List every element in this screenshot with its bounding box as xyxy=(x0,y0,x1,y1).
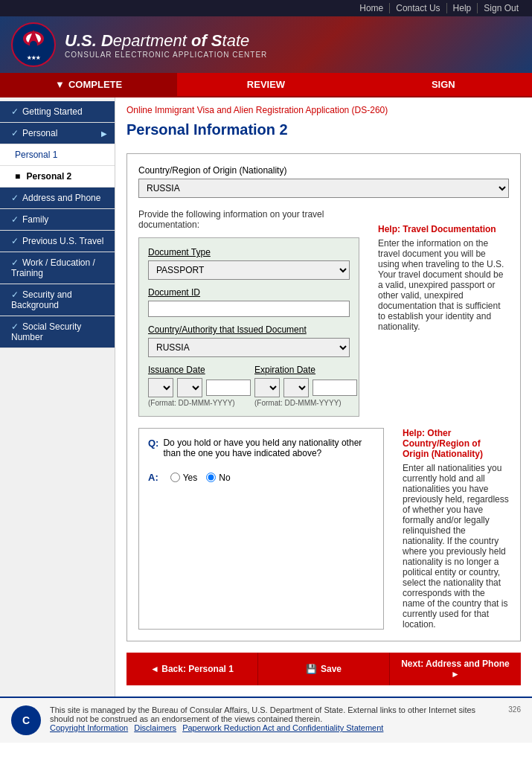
contact-link[interactable]: Contact Us xyxy=(390,3,446,13)
doc-country-field: Country/Authority that Issued Document R… xyxy=(148,324,350,357)
tab-sign-label: SIGN xyxy=(432,79,455,90)
main-content: Online Immigrant Visa and Alien Registra… xyxy=(115,97,532,697)
sidebar-item-previous-travel[interactable]: ✓Previous U.S. Travel xyxy=(0,231,115,252)
doc-type-select[interactable]: PASSPORT xyxy=(148,260,350,280)
next-button-label: Next: Address and Phone ► xyxy=(397,659,513,679)
expiration-day-select[interactable] xyxy=(254,378,280,397)
expiration-date-inputs xyxy=(254,378,350,397)
help-travel-body: Enter the information on the travel docu… xyxy=(378,238,509,332)
save-icon: 💾 xyxy=(306,664,317,674)
save-button[interactable]: 💾 Save xyxy=(257,653,390,685)
help-travel: Help: Travel Documentation Enter the inf… xyxy=(378,224,509,417)
help-nationality-title: Help: Other Country/Region of Origin (Na… xyxy=(403,428,509,459)
copyright-link[interactable]: Copyright Information xyxy=(50,723,128,732)
issuance-month-select[interactable] xyxy=(177,378,202,397)
nationality-question-box: Q: Do you hold or have you held any nati… xyxy=(138,428,384,630)
back-button[interactable]: ◄ Back: Personal 1 xyxy=(126,653,257,685)
travel-doc-section: Document Type PASSPORT Document ID xyxy=(138,237,359,417)
signout-link[interactable]: Sign Out xyxy=(478,3,525,13)
a-label: A: xyxy=(148,472,158,483)
travel-section-wrapper: Provide the following information on you… xyxy=(138,209,509,417)
issuance-format: (Format: DD-MMM-YYYY) xyxy=(148,399,243,407)
content-wrapper: ✓Getting Started ✓Personal ▶ Personal 1 … xyxy=(0,97,532,697)
back-button-label: ◄ Back: Personal 1 xyxy=(150,664,234,674)
yes-option[interactable]: Yes xyxy=(170,473,198,483)
nav-tabs: ▼ COMPLETE REVIEW SIGN xyxy=(0,73,532,97)
help-link[interactable]: Help xyxy=(447,3,478,13)
no-option[interactable]: No xyxy=(206,473,230,483)
department-seal: ★★★ xyxy=(11,22,56,67)
next-button[interactable]: Next: Address and Phone ► xyxy=(390,653,521,685)
travel-intro-label: Provide the following information on you… xyxy=(138,209,359,230)
nationality-question-wrapper: Q: Do you hold or have you held any nati… xyxy=(138,428,509,630)
footer-logo: C xyxy=(11,705,41,735)
header-subtitle: CONSULAR ELECTRONIC APPLICATION CENTER xyxy=(65,51,267,59)
q-label: Q: xyxy=(148,438,158,462)
doc-id-field: Document ID xyxy=(148,287,350,317)
sidebar: ✓Getting Started ✓Personal ▶ Personal 1 … xyxy=(0,97,115,697)
help-nationality: Help: Other Country/Region of Origin (Na… xyxy=(403,428,509,630)
travel-doc-block: Provide the following information on you… xyxy=(138,209,359,417)
footer-text: This site is managed by the Bureau of Co… xyxy=(50,705,499,723)
q-text: Do you hold or have you held any nationa… xyxy=(163,438,374,458)
sidebar-item-personal-2[interactable]: ■ Personal 2 xyxy=(0,166,115,188)
help-travel-title: Help: Travel Documentation xyxy=(378,224,509,234)
tab-review-label: REVIEW xyxy=(247,79,285,90)
footer-text-block: This site is managed by the Bureau of Co… xyxy=(50,705,499,732)
doc-type-label: Document Type xyxy=(148,247,350,257)
nav-buttons: ◄ Back: Personal 1 💾 Save Next: Address … xyxy=(126,653,521,685)
save-button-label: Save xyxy=(321,664,342,674)
no-label: No xyxy=(219,473,230,483)
paperwork-link[interactable]: Paperwork Reduction Act and Confidential… xyxy=(182,723,383,732)
expiration-label: Expiration Date xyxy=(254,365,350,375)
svg-text:★★★: ★★★ xyxy=(27,55,41,60)
header-title: U.S. Department of State xyxy=(65,31,267,51)
nationality-select[interactable]: RUSSIA xyxy=(138,179,509,198)
issuance-day-select[interactable] xyxy=(148,378,173,397)
dates-row: Issuance Date (Format: DD-MMM-YYYY) Expi… xyxy=(148,365,350,407)
nationality-label: Country/Region of Origin (Nationality) xyxy=(138,165,509,176)
sidebar-item-family[interactable]: ✓Family xyxy=(0,209,115,231)
footer: C This site is managed by the Bureau of … xyxy=(0,697,532,743)
disclaimers-link[interactable]: Disclaimers xyxy=(134,723,176,732)
sidebar-item-personal-1[interactable]: Personal 1 xyxy=(0,144,115,166)
tab-complete[interactable]: ▼ COMPLETE xyxy=(0,73,177,96)
sidebar-item-getting-started[interactable]: ✓Getting Started xyxy=(0,101,115,123)
expiration-year-input[interactable] xyxy=(313,380,357,396)
expiration-date-field: Expiration Date (Format: DD-MMM-YYYY) xyxy=(254,365,350,407)
doc-country-label: Country/Authority that Issued Document xyxy=(148,324,350,335)
page-subtitle: Online Immigrant Visa and Alien Registra… xyxy=(126,105,521,115)
tab-sign[interactable]: SIGN xyxy=(355,73,532,96)
sidebar-item-work-education[interactable]: ✓Work / Education / Training xyxy=(0,252,115,284)
sidebar-item-security[interactable]: ✓Security and Background xyxy=(0,284,115,316)
top-bar: Home Contact Us Help Sign Out xyxy=(0,0,532,16)
no-radio[interactable] xyxy=(206,473,216,482)
footer-version: 326 xyxy=(508,705,521,714)
issuance-label: Issuance Date xyxy=(148,365,243,375)
sidebar-item-social-security[interactable]: ✓Social Security Number xyxy=(0,316,115,348)
issuance-year-input[interactable] xyxy=(206,380,251,396)
yes-radio[interactable] xyxy=(170,473,180,482)
radio-group: Yes No xyxy=(170,473,231,483)
form-section: Country/Region of Origin (Nationality) R… xyxy=(126,153,521,641)
answer-row: A: Yes No xyxy=(148,472,374,483)
home-link[interactable]: Home xyxy=(353,3,390,13)
sidebar-item-address-phone[interactable]: ✓Address and Phone xyxy=(0,188,115,209)
yes-label: Yes xyxy=(183,473,198,483)
issuance-date-field: Issuance Date (Format: DD-MMM-YYYY) xyxy=(148,365,243,407)
expiration-month-select[interactable] xyxy=(283,378,309,397)
help-nationality-body: Enter all nationalities you currently ho… xyxy=(403,463,509,630)
issuance-date-inputs xyxy=(148,378,243,397)
doc-id-input[interactable] xyxy=(148,301,350,317)
footer-links: Copyright Information Disclaimers Paperw… xyxy=(50,723,499,732)
sidebar-item-personal[interactable]: ✓Personal ▶ xyxy=(0,123,115,144)
tab-complete-arrow: ▼ xyxy=(55,79,65,90)
footer-logo-text: C xyxy=(22,714,30,726)
question-row: Q: Do you hold or have you held any nati… xyxy=(148,438,374,466)
page-title: Personal Information 2 xyxy=(126,121,521,142)
expiration-format: (Format: DD-MMM-YYYY) xyxy=(254,399,350,407)
svg-point-4 xyxy=(30,41,37,48)
doc-country-select[interactable]: RUSSIA xyxy=(148,338,350,357)
tab-review[interactable]: REVIEW xyxy=(177,73,354,96)
tab-complete-label: COMPLETE xyxy=(68,79,122,90)
